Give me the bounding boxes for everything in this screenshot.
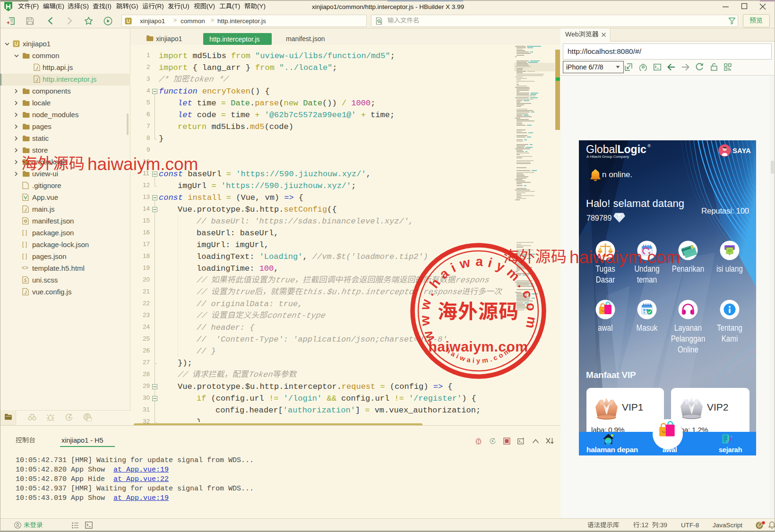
svg-text:haiwaiym.com: haiwaiym.com xyxy=(569,248,680,267)
svg-text:haiwaiym.com: haiwaiym.com xyxy=(87,154,198,174)
svg-text:www.haiwaiym.com: www.haiwaiym.com xyxy=(417,254,540,344)
svg-text:haiwaiym.com: haiwaiym.com xyxy=(428,339,528,354)
